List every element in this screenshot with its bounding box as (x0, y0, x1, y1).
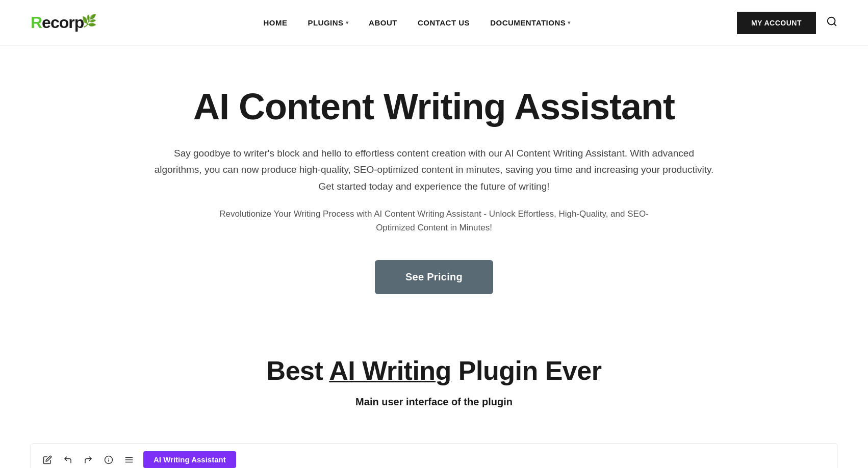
menu-icon[interactable] (123, 454, 135, 466)
redo-icon[interactable] (82, 454, 94, 466)
plugin-toolbar: AI Writing Assistant (31, 444, 837, 468)
my-account-button[interactable]: MY ACCOUNT (737, 12, 816, 34)
nav-contact[interactable]: CONTACT US (418, 18, 470, 27)
info-icon[interactable] (103, 454, 115, 466)
chevron-down-icon: ▾ (568, 20, 571, 25)
header-right: MY ACCOUNT (737, 12, 837, 34)
search-button[interactable] (826, 16, 837, 30)
nav-about[interactable]: ABOUT (369, 18, 397, 27)
nav-plugins[interactable]: PLUGINS ▾ (308, 18, 348, 27)
logo-text: Recorp (31, 13, 84, 32)
svg-line-1 (834, 23, 836, 25)
nav-docs[interactable]: DOCUMENTATIONS ▾ (490, 18, 571, 27)
chevron-down-icon: ▾ (346, 20, 349, 25)
search-icon (826, 16, 837, 30)
see-pricing-button[interactable]: See Pricing (375, 260, 493, 294)
main-nav: HOME PLUGINS ▾ ABOUT CONTACT US DOCUMENT… (263, 18, 570, 27)
hero-title: AI Content Writing Assistant (102, 87, 766, 127)
hero-subtitle: Revolutionize Your Writing Process with … (205, 207, 663, 235)
nav-home[interactable]: HOME (263, 18, 287, 27)
plugin-section: Best AI Writing Plugin Ever Main user in… (0, 325, 868, 444)
pencil-icon[interactable] (41, 454, 54, 466)
plugin-subtitle: Main user interface of the plugin (31, 396, 837, 408)
logo[interactable]: Recorp 🌿 (31, 13, 97, 32)
undo-icon[interactable] (62, 454, 74, 466)
ai-writing-assistant-button[interactable]: AI Writing Assistant (143, 451, 236, 468)
plugin-title: Best AI Writing Plugin Ever (31, 355, 837, 386)
plugin-preview: AI Writing Assistant AI/GPT-3 Prompt (31, 444, 837, 468)
logo-leaf-icon: 🌿 (82, 14, 97, 28)
hero-description: Say goodbye to writer's block and hello … (154, 145, 714, 195)
header: Recorp 🌿 HOME PLUGINS ▾ ABOUT CONTACT US… (0, 0, 868, 46)
hero-section: AI Content Writing Assistant Say goodbye… (0, 46, 868, 325)
